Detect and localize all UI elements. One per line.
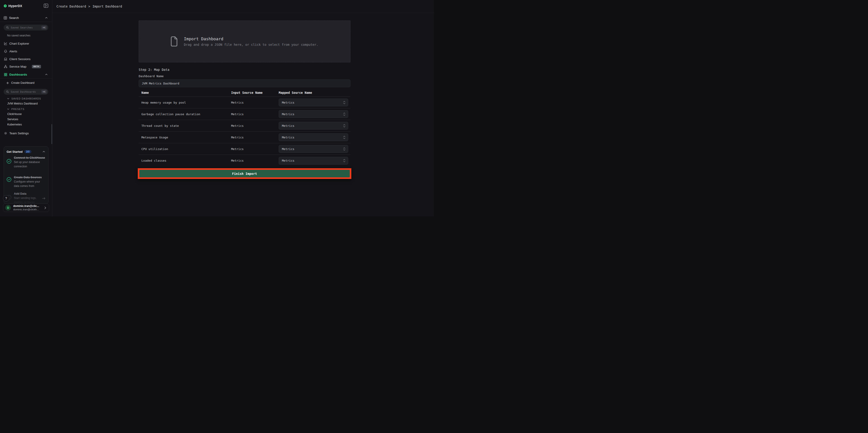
column-header-mapped-source: Mapped Source Name	[279, 91, 350, 94]
mapped-source-select[interactable]: Metrics	[279, 122, 348, 129]
table-row: CPU utilization Metrics Metrics	[139, 143, 350, 155]
chevron-up-icon	[45, 17, 48, 19]
table-row: Thread count by state Metrics Metrics	[139, 120, 350, 131]
action-highlight-annotation: Finish Import	[138, 168, 351, 179]
step-desc: Set up your database connection	[14, 160, 46, 169]
shortcut-badge: ⌘K	[41, 26, 47, 30]
presets-group-header[interactable]: PRESETS	[7, 108, 24, 111]
chart-explorer-icon	[4, 42, 7, 45]
step-desc: Start sending logs, metrics, or traces	[14, 196, 41, 204]
sidebar-item-label: Alerts	[9, 50, 17, 53]
row-input-source: Metrics	[231, 147, 279, 151]
sidebar-item-label: Dashboards	[9, 73, 27, 76]
sidebar-item-dashboards[interactable]: Dashboards	[0, 71, 52, 78]
sidebar-item-label: Service Map	[9, 65, 26, 68]
mapped-source-select[interactable]: Metrics	[279, 157, 348, 164]
row-input-source: Metrics	[231, 159, 279, 162]
sidebar-collapse-icon[interactable]	[44, 4, 48, 8]
mapped-source-select[interactable]: Metrics	[279, 110, 348, 118]
row-name: Garbage collection pause duration	[139, 113, 231, 116]
sidebar-item-kubernetes[interactable]: Kubernetes	[7, 123, 22, 126]
step-label: Step 2: Map Data	[139, 68, 350, 71]
search-section-label: Search	[9, 16, 19, 20]
finish-import-button[interactable]: Finish Import	[140, 170, 350, 177]
dropzone-subtitle: Drag and drop a JSON file here, or click…	[184, 43, 318, 47]
topbar: Create Dashboard>Import Dashboard	[52, 0, 434, 13]
breadcrumb-import-dashboard[interactable]: Import Dashboard	[92, 5, 122, 8]
no-saved-searches-note: No saved searches	[7, 34, 31, 37]
table-body: Heap memory usage by pool Metrics Metric…	[139, 97, 350, 166]
app-title: HyperDX	[8, 4, 22, 8]
create-dashboard-button[interactable]: Create Dashboard	[6, 81, 34, 85]
main-area: Create Dashboard>Import Dashboard Import…	[52, 0, 434, 216]
chevron-up-icon	[45, 73, 48, 75]
file-dropzone[interactable]: Import Dashboard Drag and drop a JSON fi…	[139, 21, 350, 62]
selected-value: Metrics	[282, 159, 294, 162]
sidebar-item-label: Chart Explorer	[9, 42, 29, 45]
user-email: dominic.tran@clickh...	[13, 208, 42, 211]
check-circle-icon	[7, 159, 11, 164]
row-name: Heap memory usage by pool	[139, 101, 231, 104]
saved-dashboards-input[interactable]: Saved Dashboards ⌘K	[4, 89, 48, 95]
row-input-source: Metrics	[231, 124, 279, 127]
sidebar-item-services[interactable]: Services	[7, 118, 18, 121]
sidebar-item-jvm-metrics-dashboard[interactable]: JVM Metrics Dashboard	[7, 102, 38, 105]
table-row: Loaded classes Metrics Metrics	[139, 155, 350, 166]
dashboard-name-input[interactable]	[139, 80, 350, 87]
user-menu[interactable]: D dominic.tran@clic... dominic.tran@clic…	[3, 204, 49, 212]
sidebar-divider	[0, 78, 52, 79]
saved-dashboards-group-header[interactable]: SAVED DASHBOARDS	[7, 97, 41, 100]
get-started-step-sources[interactable]: Create Data Sources Configure where your…	[7, 175, 46, 188]
selector-chevrons-icon	[343, 101, 346, 104]
chevron-down-icon	[7, 98, 9, 99]
create-dashboard-label: Create Dashboard	[11, 81, 34, 85]
sidebar-item-team-settings[interactable]: Team Settings	[0, 130, 52, 136]
get-started-step-connect[interactable]: Connect to ClickHouse Set up your databa…	[7, 156, 46, 169]
selected-value: Metrics	[282, 113, 294, 116]
dashboards-icon	[4, 73, 7, 76]
row-name: Thread count by state	[139, 124, 231, 127]
mapping-table: Name Input Source Name Mapped Source Nam…	[139, 91, 350, 166]
table-row: Metaspace Usage Metrics Metrics	[139, 131, 350, 143]
selector-chevrons-icon	[343, 147, 346, 151]
get-started-step-add-data[interactable]: Add Data Start sending logs, metrics, or…	[7, 192, 46, 204]
step-desc: Configure where your data comes from	[14, 180, 46, 188]
mapped-source-select[interactable]: Metrics	[279, 99, 348, 106]
dashboard-name-label: Dashboard Name	[139, 74, 350, 78]
arrow-right-icon	[42, 197, 45, 200]
help-button[interactable]: ?	[3, 195, 9, 202]
sidebar-item-alerts[interactable]: Alerts	[0, 48, 52, 54]
selected-value: Metrics	[282, 124, 294, 127]
selected-value: Metrics	[282, 147, 294, 151]
check-circle-icon	[7, 177, 11, 182]
hyperdx-app: HyperDX Search	[0, 0, 434, 216]
sidebar-item-chart-explorer[interactable]: Chart Explorer	[0, 40, 52, 47]
column-header-input-source: Input Source Name	[231, 91, 279, 94]
saved-searches-input[interactable]: Saved Searches ⌘K	[4, 25, 48, 31]
row-name: Loaded classes	[139, 159, 231, 162]
selector-chevrons-icon	[343, 124, 346, 128]
sidebar-item-label: Client Sessions	[9, 57, 31, 61]
bell-icon	[4, 50, 7, 53]
avatar: D	[5, 205, 11, 211]
sidebar-section-search[interactable]: Search	[0, 14, 52, 21]
beta-badge: BETA	[32, 65, 41, 68]
file-icon	[171, 36, 178, 47]
table-row: Heap memory usage by pool Metrics Metric…	[139, 97, 350, 109]
search-icon	[6, 26, 9, 29]
mapped-source-select[interactable]: Metrics	[279, 145, 348, 153]
sidebar-scrollbar[interactable]	[52, 124, 52, 144]
sidebar-item-label: Team Settings	[9, 131, 29, 135]
saved-dashboards-placeholder: Saved Dashboards	[11, 90, 36, 93]
step-title: Create Data Sources	[14, 175, 46, 180]
mapped-source-select[interactable]: Metrics	[279, 133, 348, 141]
sidebar-item-service-map[interactable]: Service Map BETA	[0, 63, 52, 70]
search-section-icon	[4, 16, 7, 20]
chevron-up-icon[interactable]	[42, 151, 45, 153]
selector-chevrons-icon	[343, 159, 346, 162]
sidebar-item-client-sessions[interactable]: Client Sessions	[0, 56, 52, 62]
get-started-title: Get Started	[7, 150, 23, 153]
breadcrumb-create-dashboard[interactable]: Create Dashboard	[57, 5, 86, 8]
shortcut-badge: ⌘K	[41, 90, 47, 94]
sidebar-item-clickhouse[interactable]: ClickHouse	[7, 113, 22, 116]
